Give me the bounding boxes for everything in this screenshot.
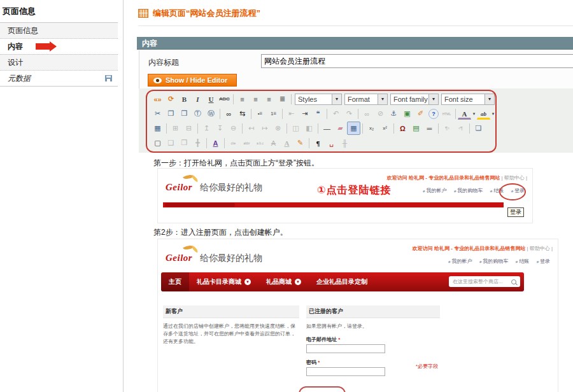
cut-icon[interactable]: ✂ bbox=[151, 107, 164, 120]
table-cell-props-icon[interactable]: ⊟ bbox=[182, 122, 195, 135]
non-breaking-icon[interactable]: ␣ bbox=[325, 136, 338, 150]
chevron-down-icon[interactable]: ▾ bbox=[485, 94, 494, 104]
abbr-icon[interactable]: abbr bbox=[240, 136, 253, 150]
required-fields-note: *必要字段 bbox=[416, 363, 438, 370]
align-right-icon[interactable]: ≡ bbox=[262, 92, 276, 106]
cleanup-icon[interactable]: ✐ bbox=[414, 107, 427, 120]
page-break-icon[interactable]: ╫ bbox=[338, 136, 351, 150]
visual-chars-icon[interactable]: ¶ bbox=[311, 136, 325, 150]
site-logo: Geilor 给你最好的礼物 bbox=[164, 244, 317, 270]
special-char-icon[interactable]: Ω bbox=[396, 122, 409, 135]
required-asterisk: * bbox=[338, 337, 340, 342]
indent-icon[interactable]: ⇥ bbox=[298, 107, 311, 120]
red-bar-segment bbox=[165, 203, 235, 207]
text-color-icon[interactable]: A bbox=[458, 109, 471, 120]
superscript-icon[interactable]: x² bbox=[378, 122, 392, 135]
row-before-icon[interactable]: ↥ bbox=[200, 122, 213, 135]
split-cells-icon[interactable]: ◫ bbox=[289, 122, 302, 135]
insert-media-icon[interactable]: ▤ bbox=[409, 122, 423, 135]
find-replace-icon[interactable]: ⇆ bbox=[236, 107, 249, 120]
chevron-down-icon[interactable]: ▾ bbox=[332, 94, 341, 104]
sidebar-item-design[interactable]: 设计 bbox=[0, 54, 118, 70]
move-forward-icon[interactable]: ❑ bbox=[164, 136, 178, 150]
horizontal-rule-icon[interactable]: — bbox=[320, 122, 334, 135]
format-dropdown[interactable]: Format▾ bbox=[344, 94, 388, 105]
table-row-props-icon[interactable]: ⊞ bbox=[169, 122, 182, 135]
italic-icon[interactable]: I bbox=[191, 92, 204, 106]
redo-icon[interactable]: ↷ bbox=[343, 107, 356, 120]
outdent-icon[interactable]: ⇤ bbox=[285, 107, 298, 120]
sidebar-item-content[interactable]: 内容 bbox=[0, 38, 118, 54]
undo-icon[interactable]: ↶ bbox=[329, 107, 343, 120]
nav-home: 主页 bbox=[161, 272, 189, 291]
insert-widget-icon[interactable]: «» bbox=[151, 92, 164, 106]
fullscreen-icon[interactable]: ❏ bbox=[472, 122, 485, 135]
align-justify-icon[interactable]: ≣ bbox=[276, 92, 289, 106]
subscript-icon[interactable]: x₂ bbox=[365, 122, 378, 135]
paste-from-word-icon[interactable]: Ⓦ bbox=[204, 107, 218, 120]
move-backward-icon[interactable]: ❒ bbox=[178, 136, 191, 150]
align-left-icon[interactable]: ≡ bbox=[236, 92, 249, 106]
align-center-icon[interactable]: ≡ bbox=[249, 92, 262, 106]
style-props-icon[interactable]: A bbox=[209, 136, 222, 150]
paste-as-text-icon[interactable]: Ⓣ bbox=[191, 107, 204, 120]
strikethrough-icon[interactable]: ABC bbox=[218, 92, 231, 106]
brand-name: Geilor bbox=[166, 253, 192, 263]
delete-row-icon[interactable]: ⊖ bbox=[227, 122, 240, 135]
toolbar-separator bbox=[251, 109, 251, 119]
insert-image-icon[interactable]: ▣ bbox=[400, 107, 414, 120]
delete-col-icon[interactable]: ⊗ bbox=[271, 122, 285, 135]
copy-icon[interactable]: ❐ bbox=[164, 107, 178, 120]
insert-attributes-icon[interactable]: ✎ bbox=[294, 136, 307, 150]
insert-variable-icon[interactable]: ⟳ bbox=[164, 92, 178, 106]
numbered-list-icon[interactable]: 1≡ bbox=[267, 107, 280, 120]
insert-table-icon[interactable]: ▦ bbox=[151, 122, 164, 135]
chevron-down-icon[interactable]: ▾ bbox=[471, 111, 477, 116]
header-links: ◆我的帐户 ◆我的购物车 ◆结账 ◆登录 bbox=[448, 258, 550, 265]
help-icon[interactable]: ? bbox=[428, 109, 439, 119]
chevron-down-icon[interactable]: ▾ bbox=[428, 94, 438, 104]
show-hide-editor-button[interactable]: Show / Hide Editor bbox=[148, 74, 237, 87]
find-icon[interactable]: ∞ bbox=[222, 107, 236, 120]
toolbar-row-3: ▦⊞⊟↥↧⊖↤↦⊗◫◧—▰▦x₂x²Ω▤═¶›‹¶❏ bbox=[151, 121, 492, 136]
background-color-icon[interactable]: ab bbox=[477, 109, 490, 120]
visual-aid-icon[interactable]: ▦ bbox=[347, 122, 360, 135]
del-icon[interactable]: A bbox=[267, 136, 280, 150]
content-title-input[interactable] bbox=[261, 54, 573, 68]
remove-format-icon[interactable]: ▰ bbox=[334, 122, 347, 135]
bullet-list-icon[interactable]: •≡ bbox=[253, 107, 267, 120]
toolbar-separator bbox=[318, 123, 318, 134]
bold-icon[interactable]: B bbox=[178, 92, 191, 106]
source-code-icon[interactable]: HTML bbox=[440, 107, 453, 120]
absolute-position-icon[interactable]: ╋ bbox=[191, 136, 204, 150]
anchor-icon[interactable]: ⚓ bbox=[387, 107, 400, 120]
unlink-icon[interactable]: ⊘ bbox=[374, 107, 387, 120]
sidebar-item-metadata[interactable]: 元数据 bbox=[0, 70, 118, 86]
styles-dropdown[interactable]: Styles▾ bbox=[295, 94, 342, 105]
col-before-icon[interactable]: ↤ bbox=[244, 122, 258, 135]
row-after-icon[interactable]: ↧ bbox=[213, 122, 227, 135]
insert-link-icon[interactable]: ∞ bbox=[360, 107, 374, 120]
underline-icon[interactable]: U bbox=[204, 92, 218, 106]
nav-giftcard-catalog-mall: 礼品卡目录商城▼ bbox=[189, 272, 258, 291]
sidebar-item-label: 设计 bbox=[8, 58, 23, 67]
ltr-icon[interactable]: ¶› bbox=[441, 122, 454, 135]
acronym-icon[interactable]: a.b.c bbox=[253, 136, 267, 150]
blockquote-icon[interactable]: ❝ bbox=[311, 107, 325, 120]
chevron-down-icon[interactable]: ▾ bbox=[378, 94, 387, 104]
col-after-icon[interactable]: ↦ bbox=[258, 122, 271, 135]
cite-icon[interactable]: cite bbox=[227, 136, 240, 150]
merge-cells-icon[interactable]: ◧ bbox=[302, 122, 316, 135]
insert-layer-icon[interactable]: ▢ bbox=[151, 136, 164, 150]
ins-icon[interactable]: A bbox=[280, 136, 294, 150]
rtl-icon[interactable]: ‹¶ bbox=[454, 122, 467, 135]
font-family-dropdown[interactable]: Font family▾ bbox=[390, 94, 439, 105]
welcome-text: 欢迎访问 给礼网 - 专业的礼品目录和礼品销售网站 bbox=[387, 175, 500, 181]
screenshot-step1[interactable]: Geilor 给你最好的礼物 欢迎访问 给礼网 - 专业的礼品目录和礼品销售网站… bbox=[157, 168, 533, 223]
screenshot-step2[interactable]: Geilor 给你最好的礼物 欢迎访问 给礼网 - 专业的礼品目录和礼品销售网站… bbox=[157, 239, 558, 392]
advanced-hr-icon[interactable]: ═ bbox=[423, 122, 436, 135]
paste-icon[interactable]: ❒ bbox=[178, 107, 191, 120]
chevron-down-icon[interactable]: ▾ bbox=[490, 111, 496, 116]
font-size-dropdown[interactable]: Font size▾ bbox=[441, 94, 495, 105]
sidebar-item-page-info[interactable]: 页面信息 bbox=[0, 23, 118, 38]
